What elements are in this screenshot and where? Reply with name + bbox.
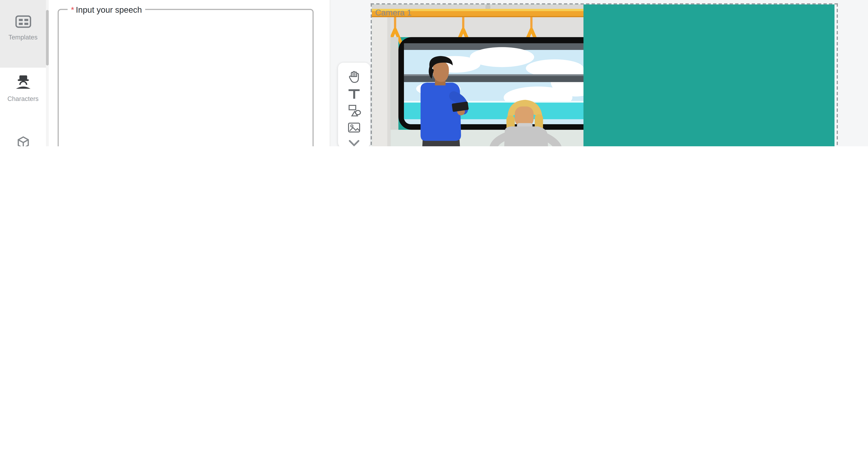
image-tool-icon[interactable]: [347, 121, 361, 135]
speech-input-fieldset: *Input your speech: [58, 9, 314, 146]
shapes-tool-icon[interactable]: [347, 104, 361, 118]
sidebar-scrollbar-thumb[interactable]: [46, 10, 49, 65]
sidebar-item-props[interactable]: Props: [0, 134, 46, 146]
sidebar-item-characters[interactable]: Characters: [0, 74, 46, 102]
asset-sidebar: Templates Characters Props: [0, 0, 49, 146]
app-root: Templates Characters Props: [0, 0, 868, 146]
speech-panel: *Input your speech *Speaker Select Speak…: [49, 0, 330, 146]
pan-hand-icon[interactable]: [347, 69, 361, 84]
text-tool-icon[interactable]: [347, 87, 361, 101]
characters-icon: [13, 74, 32, 93]
scene-selection-border[interactable]: [371, 3, 838, 146]
sidebar-item-label: Characters: [0, 95, 46, 102]
camera-label: Camera 1: [375, 8, 412, 17]
props-icon: [13, 134, 32, 146]
required-asterisk: *: [71, 5, 74, 14]
chevron-down-icon[interactable]: [347, 136, 361, 146]
speech-input-textarea[interactable]: [61, 14, 310, 146]
templates-icon: [13, 12, 32, 31]
sidebar-item-templates[interactable]: Templates: [0, 12, 46, 40]
speech-input-label: *Input your speech: [67, 5, 145, 14]
sidebar-item-label: Templates: [0, 34, 46, 40]
canvas-workspace: Camera 1: [330, 0, 868, 146]
canvas-tools-panel: [338, 63, 370, 146]
